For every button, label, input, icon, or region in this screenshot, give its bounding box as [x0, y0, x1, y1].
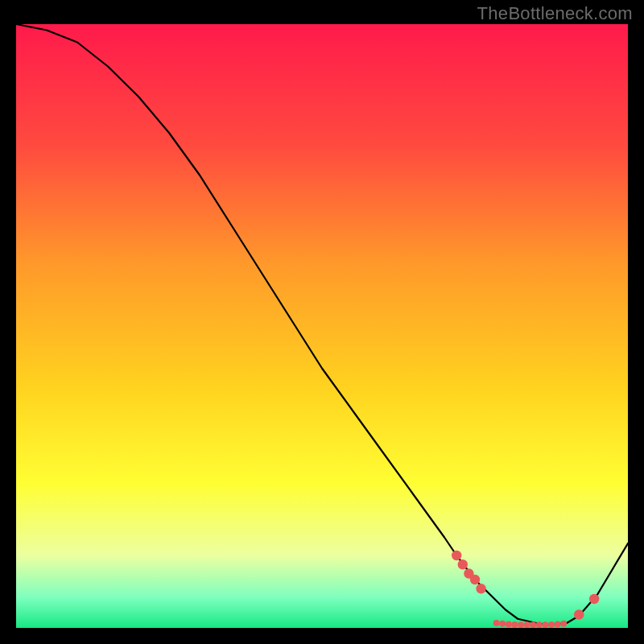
marker-dot [458, 559, 468, 569]
chart-svg [16, 24, 628, 628]
marker-dot [555, 621, 561, 628]
marker-dot [470, 575, 480, 584]
marker-dot [548, 621, 555, 628]
marker-dot [476, 584, 485, 593]
marker-dot [511, 621, 518, 628]
marker-dot [536, 621, 543, 628]
marker-dot [542, 621, 548, 628]
marker-dot [493, 620, 500, 626]
marker-dot [452, 551, 461, 560]
watermark: TheBottleneck.com [477, 3, 633, 24]
marker-dot [574, 609, 584, 619]
marker-dot [530, 621, 536, 628]
chart-background [16, 24, 628, 628]
marker-dot [560, 621, 567, 627]
marker-dot [589, 594, 599, 604]
marker-dot [499, 621, 506, 627]
marker-dot [506, 621, 512, 628]
marker-dot [518, 621, 524, 628]
plot-area [16, 24, 628, 628]
marker-dot [524, 621, 530, 628]
chart-frame: TheBottleneck.com [0, 0, 644, 644]
